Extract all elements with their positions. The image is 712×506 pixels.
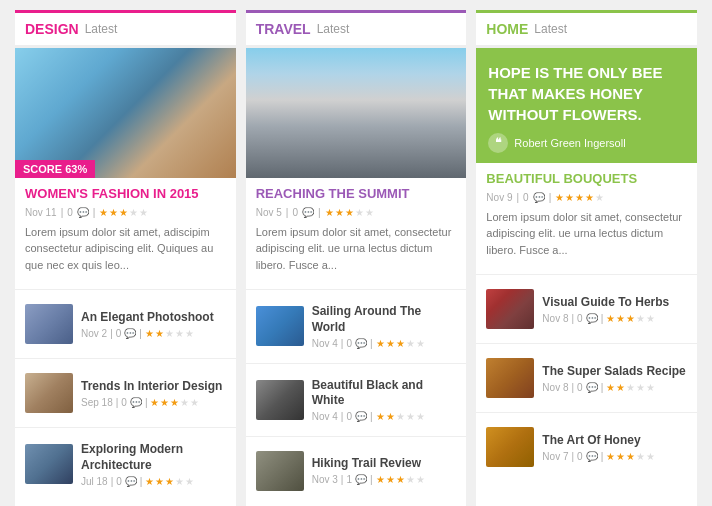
- design-column: DESIGN Latest SCORE 63% WOMEN'S FASHION …: [15, 10, 236, 506]
- home-item-2[interactable]: The Super Salads Recipe Nov 8 | 0 💬 | ★★…: [476, 352, 697, 404]
- travel-item-3-info: Hiking Trail Review Nov 3 | 1 💬 | ★★★★★: [312, 456, 457, 485]
- design-item-2-comments: 0: [121, 397, 127, 408]
- meta-sep2: |: [93, 207, 96, 218]
- travel-featured-image: [246, 48, 467, 178]
- home-item-2-title: The Super Salads Recipe: [542, 364, 687, 380]
- design-item-1[interactable]: An Elegant Photoshoot Nov 2 | 0 💬 | ★★★★…: [15, 298, 236, 350]
- travel-item-2-image: [256, 380, 304, 420]
- design-featured-comments: 0: [67, 207, 73, 218]
- home-item-2-comments: 0: [577, 382, 583, 393]
- home-item-1-comments: 0: [577, 313, 583, 324]
- home-featured-title[interactable]: BEAUTIFUL BOUQUETS: [486, 171, 687, 188]
- travel-featured-image-wrapper[interactable]: [246, 48, 467, 178]
- home-header: HOME Latest: [476, 13, 697, 48]
- travel-item-2-meta: Nov 4 | 0 💬 | ★★★★★: [312, 411, 457, 422]
- home-divider-2: [476, 343, 697, 344]
- design-item-3-meta: Jul 18 | 0 💬 | ★★★★★: [81, 476, 226, 487]
- travel-item-3-image: [256, 451, 304, 491]
- design-featured-stars: ★★★★★: [99, 207, 148, 218]
- quote-icon: ❝: [488, 133, 508, 153]
- travel-item-2-info: Beautiful Black and White Nov 4 | 0 💬 | …: [312, 378, 457, 422]
- home-item-3-image: [486, 427, 534, 467]
- travel-item-1-meta: Nov 4 | 0 💬 | ★★★★★: [312, 338, 457, 349]
- quote-box: HOPE IS THE ONLY BEE THAT MAKES HONEY WI…: [476, 48, 697, 163]
- travel-column: TRAVEL Latest REACHING THE SUMMIT Nov 5 …: [246, 10, 467, 506]
- design-item-3-title: Exploring Modern Architecture: [81, 442, 226, 473]
- home-item-3-date: Nov 7: [542, 451, 568, 462]
- travel-item-2-stars: ★★★★★: [376, 411, 425, 422]
- comment-icon: 💬: [77, 207, 89, 218]
- home-latest: Latest: [534, 22, 567, 36]
- design-item-1-date: Nov 2: [81, 328, 107, 339]
- design-item-3-info: Exploring Modern Architecture Jul 18 | 0…: [81, 442, 226, 486]
- home-item-3-meta: Nov 7 | 0 💬 | ★★★★★: [542, 451, 687, 462]
- quote-author-row: ❝ Robert Green Ingersoll: [488, 133, 685, 153]
- design-featured-image-wrapper[interactable]: SCORE 63%: [15, 48, 236, 178]
- travel-item-3-title: Hiking Trail Review: [312, 456, 457, 472]
- design-header: DESIGN Latest: [15, 13, 236, 48]
- main-layout: DESIGN Latest SCORE 63% WOMEN'S FASHION …: [0, 0, 712, 506]
- travel-item-3-date: Nov 3: [312, 474, 338, 485]
- design-item-2-image: [25, 373, 73, 413]
- travel-featured-stars: ★★★★★: [325, 207, 374, 218]
- travel-item-3-comments: 1: [346, 474, 352, 485]
- home-item-1[interactable]: Visual Guide To Herbs Nov 8 | 0 💬 | ★★★★…: [476, 283, 697, 335]
- divider-2: [15, 358, 236, 359]
- home-item-2-image: [486, 358, 534, 398]
- home-item-2-meta: Nov 8 | 0 💬 | ★★★★★: [542, 382, 687, 393]
- home-divider-3: [476, 412, 697, 413]
- travel-item-1-title: Sailing Around The World: [312, 304, 457, 335]
- home-divider-1: [476, 274, 697, 275]
- design-item-1-stars: ★★★★★: [145, 328, 194, 339]
- travel-item-2-date: Nov 4: [312, 411, 338, 422]
- design-featured-excerpt: Lorem ipsum dolor sit amet, adiscipim co…: [25, 224, 226, 274]
- design-item-3-image: [25, 444, 73, 484]
- design-featured-meta: Nov 11 | 0 💬 | ★★★★★: [25, 207, 226, 218]
- design-item-1-comments: 0: [116, 328, 122, 339]
- design-item-1-image: [25, 304, 73, 344]
- home-item-1-stars: ★★★★★: [606, 313, 655, 324]
- design-item-3-stars: ★★★★★: [145, 476, 194, 487]
- design-featured-date: Nov 11: [25, 207, 57, 218]
- design-item-2[interactable]: Trends In Interior Design Sep 18 | 0 💬 |…: [15, 367, 236, 419]
- design-item-1-title: An Elegant Photoshoot: [81, 310, 226, 326]
- travel-item-1-image: [256, 306, 304, 346]
- home-column: HOME Latest HOPE IS THE ONLY BEE THAT MA…: [476, 10, 697, 506]
- design-item-3-comments: 0: [116, 476, 122, 487]
- travel-item-3[interactable]: Hiking Trail Review Nov 3 | 1 💬 | ★★★★★: [246, 445, 467, 497]
- travel-item-1-info: Sailing Around The World Nov 4 | 0 💬 | ★…: [312, 304, 457, 348]
- travel-featured-title[interactable]: REACHING THE SUMMIT: [256, 186, 457, 203]
- home-featured-date: Nov 9: [486, 192, 512, 203]
- home-item-3-stars: ★★★★★: [606, 451, 655, 462]
- travel-item-3-meta: Nov 3 | 1 💬 | ★★★★★: [312, 474, 457, 485]
- travel-latest: Latest: [317, 22, 350, 36]
- travel-featured-date: Nov 5: [256, 207, 282, 218]
- home-item-2-date: Nov 8: [542, 382, 568, 393]
- travel-header: TRAVEL Latest: [246, 13, 467, 48]
- design-featured-title[interactable]: WOMEN'S FASHION IN 2015: [25, 186, 226, 203]
- home-featured-article: BEAUTIFUL BOUQUETS Nov 9 | 0 💬 | ★★★★★ L…: [476, 163, 697, 266]
- travel-item-1-date: Nov 4: [312, 338, 338, 349]
- home-featured-meta: Nov 9 | 0 💬 | ★★★★★: [486, 192, 687, 203]
- divider-1: [15, 289, 236, 290]
- design-item-2-title: Trends In Interior Design: [81, 379, 226, 395]
- design-item-2-meta: Sep 18 | 0 💬 | ★★★★★: [81, 397, 226, 408]
- travel-item-1-comments: 0: [346, 338, 352, 349]
- travel-item-2-title: Beautiful Black and White: [312, 378, 457, 409]
- travel-featured-meta: Nov 5 | 0 💬 | ★★★★★: [256, 207, 457, 218]
- design-item-2-info: Trends In Interior Design Sep 18 | 0 💬 |…: [81, 379, 226, 408]
- design-item-1-meta: Nov 2 | 0 💬 | ★★★★★: [81, 328, 226, 339]
- home-item-1-date: Nov 8: [542, 313, 568, 324]
- home-item-3[interactable]: The Art Of Honey Nov 7 | 0 💬 | ★★★★★: [476, 421, 697, 473]
- travel-featured-excerpt: Lorem ipsum dolor sit amet, consectetur …: [256, 224, 457, 274]
- travel-item-2[interactable]: Beautiful Black and White Nov 4 | 0 💬 | …: [246, 372, 467, 428]
- design-item-3[interactable]: Exploring Modern Architecture Jul 18 | 0…: [15, 436, 236, 492]
- meta-sep1: |: [61, 207, 64, 218]
- home-item-2-info: The Super Salads Recipe Nov 8 | 0 💬 | ★★…: [542, 364, 687, 393]
- home-item-1-image: [486, 289, 534, 329]
- travel-item-3-stars: ★★★★★: [376, 474, 425, 485]
- travel-divider-2: [246, 363, 467, 364]
- home-item-3-comments: 0: [577, 451, 583, 462]
- travel-item-1[interactable]: Sailing Around The World Nov 4 | 0 💬 | ★…: [246, 298, 467, 354]
- travel-featured-comments: 0: [292, 207, 298, 218]
